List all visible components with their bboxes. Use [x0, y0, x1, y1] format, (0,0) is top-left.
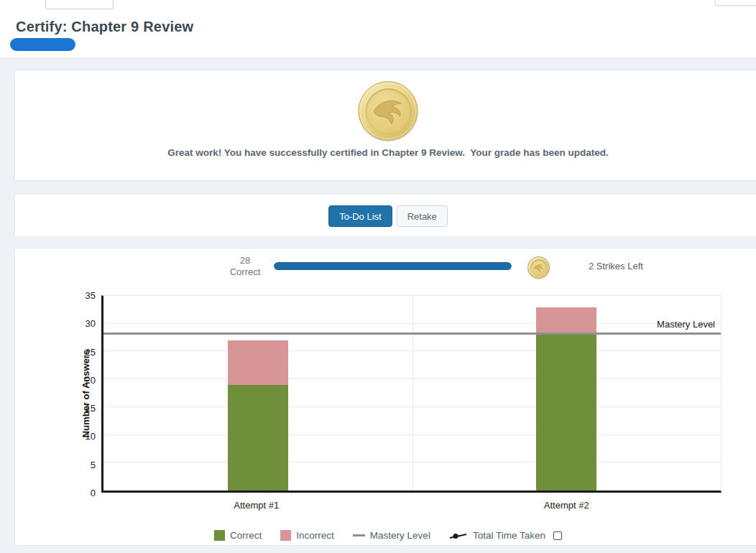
y-tick-label: 20 [86, 374, 96, 385]
x-axis-labels: Attempt #1Attempt #2 [101, 500, 722, 513]
x-tick-label: Attempt #2 [544, 500, 589, 511]
correct-count-value: 28 [223, 255, 267, 266]
y-tick-label: 5 [91, 459, 96, 470]
plot-area: Mastery Level [101, 295, 722, 493]
correct-count: 28 Correct [223, 255, 267, 278]
correct-swatch-icon [214, 530, 225, 541]
legend-label-incorrect: Incorrect [296, 530, 334, 541]
bar-segment-incorrect [228, 340, 288, 385]
bar-segment-correct [228, 385, 288, 491]
actions-card: To-Do List Retake [14, 194, 756, 237]
chart-legend: Correct Incorrect Mastery Level Total Ti… [15, 530, 756, 541]
bar-attempt-2 [536, 296, 596, 491]
legend-item-incorrect: Incorrect [280, 530, 334, 541]
mastery-level-label: Mastery Level [657, 319, 715, 330]
total-time-marker-icon [449, 531, 468, 540]
legend-item-mastery: Mastery Level [353, 530, 430, 541]
results-card: 28 Correct 2 Strikes Left Number of Answ… [14, 248, 756, 546]
y-axis-ticks: 05101520253035 [15, 295, 96, 493]
total-time-checkbox[interactable] [553, 531, 562, 540]
y-tick-label: 0 [91, 488, 96, 498]
goal-coin-icon [527, 256, 550, 279]
bar-attempt-1 [228, 296, 288, 491]
actions-row: To-Do List Retake [15, 205, 756, 227]
redacted-text-pill [10, 38, 75, 51]
todo-list-button[interactable]: To-Do List [328, 205, 392, 227]
bar-segment-incorrect [536, 307, 596, 335]
progress-bar-fill [274, 262, 512, 270]
progress-bar [274, 262, 512, 270]
success-card: Great work! You have successfully certif… [14, 70, 756, 181]
eagle-emblem-small-icon [530, 259, 548, 276]
h-gridline [103, 350, 721, 351]
certification-coin-icon [359, 81, 418, 141]
x-tick-label: Attempt #1 [234, 500, 279, 511]
h-gridline [103, 323, 721, 324]
legend-item-total-time: Total Time Taken [449, 530, 562, 541]
correct-count-label: Correct [223, 266, 267, 278]
success-message: Great work! You have successfully certif… [15, 147, 756, 158]
certify-page: { "page": { "title": "Certify: Chapter 9… [0, 0, 756, 553]
legend-label-total-time: Total Time Taken [473, 530, 545, 541]
h-gridline [103, 434, 721, 435]
bar-segment-correct [536, 335, 596, 491]
h-gridline [103, 462, 721, 463]
h-gridline [103, 406, 721, 407]
y-tick-label: 25 [86, 346, 96, 357]
top-toolbar-field-partial[interactable] [45, 0, 114, 9]
y-tick-label: 35 [86, 290, 96, 301]
strikes-left-label: 2 Strikes Left [589, 261, 643, 271]
y-tick-label: 30 [86, 318, 96, 329]
legend-item-correct: Correct [214, 530, 262, 541]
legend-label-correct: Correct [230, 530, 262, 541]
mastery-line-icon [353, 534, 365, 536]
mastery-level-line [103, 333, 721, 335]
top-right-panel-partial[interactable] [715, 0, 756, 6]
incorrect-swatch-icon [280, 530, 291, 541]
y-tick-label: 15 [86, 403, 96, 414]
page-title: Certify: Chapter 9 Review [16, 19, 193, 35]
legend-label-mastery: Mastery Level [370, 530, 430, 541]
y-tick-label: 10 [86, 431, 96, 442]
retake-button[interactable]: Retake [397, 205, 448, 227]
h-gridline [103, 378, 721, 379]
eagle-emblem-icon [365, 88, 411, 134]
